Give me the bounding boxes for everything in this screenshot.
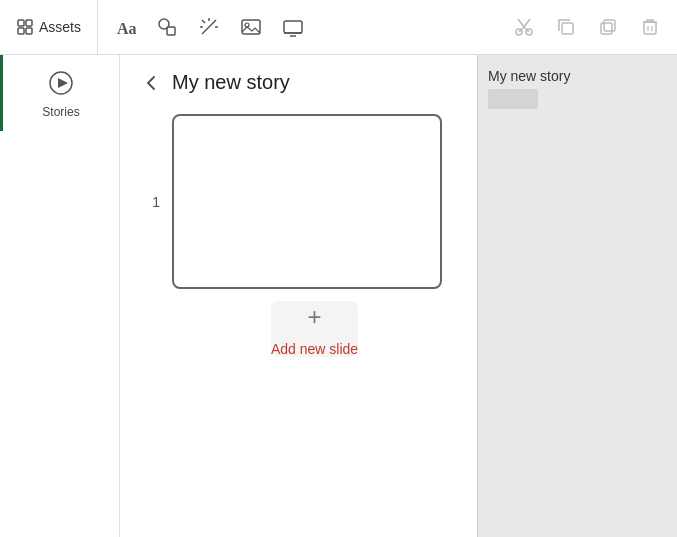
cut-icon	[513, 16, 535, 38]
svg-rect-23	[562, 23, 573, 34]
assets-icon	[16, 18, 34, 36]
paste-icon	[597, 16, 619, 38]
stories-label: Stories	[42, 105, 79, 119]
copy-button[interactable]	[547, 8, 585, 46]
right-panel-tab	[488, 89, 538, 109]
svg-rect-14	[284, 21, 302, 33]
shapes-button[interactable]	[148, 8, 186, 46]
add-slide-plus-icon: +	[298, 301, 330, 333]
cut-button[interactable]	[505, 8, 543, 46]
svg-rect-2	[18, 28, 24, 34]
image-icon	[240, 16, 262, 38]
main-area: Stories My new story 1 + Add new slide	[0, 55, 677, 537]
svg-text:Aa: Aa	[117, 20, 136, 37]
right-panel-title: My new story	[488, 68, 570, 84]
svg-rect-0	[18, 20, 24, 26]
content-panel: My new story 1 + Add new slide	[120, 55, 477, 537]
media-button[interactable]	[274, 8, 312, 46]
assets-button[interactable]: Assets	[8, 8, 89, 46]
toolbar-right	[505, 8, 669, 46]
add-slide-button[interactable]: + Add new slide	[271, 301, 358, 357]
svg-rect-26	[644, 22, 656, 34]
svg-marker-30	[58, 78, 68, 88]
slide-number-1: 1	[140, 194, 160, 210]
delete-button[interactable]	[631, 8, 669, 46]
play-icon	[45, 67, 77, 99]
slide-row-1: 1	[140, 114, 457, 289]
back-icon	[144, 75, 160, 91]
magic-icon	[198, 16, 220, 38]
story-title: My new story	[172, 71, 290, 94]
magic-button[interactable]	[190, 8, 228, 46]
toolbar: Assets Aa	[0, 0, 677, 55]
delete-icon	[639, 16, 661, 38]
svg-rect-24	[601, 23, 612, 34]
media-icon	[282, 16, 304, 38]
slides-container: 1 + Add new slide	[140, 114, 457, 357]
back-button[interactable]	[140, 73, 164, 93]
sidebar: Stories	[0, 55, 120, 537]
svg-rect-25	[604, 20, 615, 31]
svg-line-8	[202, 20, 205, 23]
slide-thumbnail-1[interactable]	[172, 114, 442, 289]
assets-label: Assets	[39, 19, 81, 35]
svg-rect-3	[26, 28, 32, 34]
svg-line-21	[518, 19, 524, 27]
paste-button[interactable]	[589, 8, 627, 46]
add-slide-label: Add new slide	[271, 341, 358, 357]
right-panel: My new story	[477, 55, 677, 537]
image-button[interactable]	[232, 8, 270, 46]
svg-rect-12	[242, 20, 260, 34]
shapes-icon	[156, 16, 178, 38]
text-button[interactable]: Aa	[106, 8, 144, 46]
copy-icon	[555, 16, 577, 38]
svg-rect-6	[167, 27, 175, 35]
content-header: My new story	[140, 71, 290, 94]
toolbar-assets-section: Assets	[8, 0, 98, 54]
sidebar-item-stories[interactable]: Stories	[0, 55, 119, 131]
text-icon: Aa	[114, 16, 136, 38]
svg-rect-1	[26, 20, 32, 26]
svg-line-22	[524, 19, 530, 27]
